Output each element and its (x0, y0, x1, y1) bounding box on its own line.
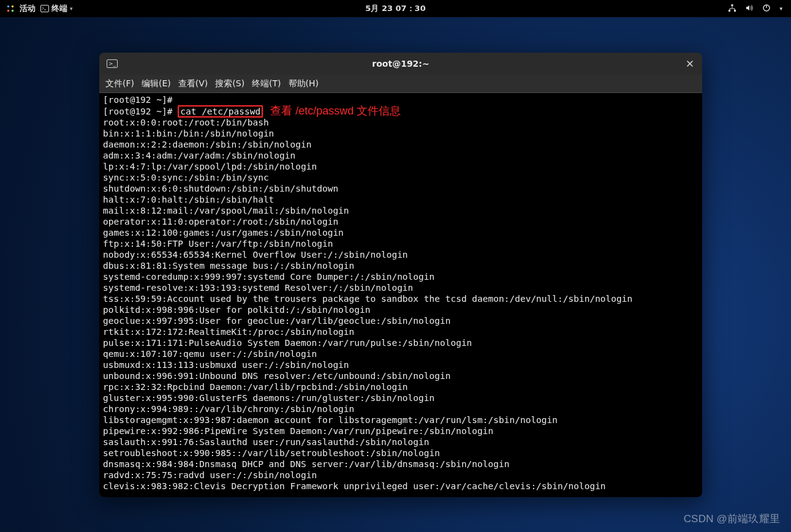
svg-rect-4 (41, 6, 49, 12)
terminal-output[interactable]: [root@192 ~]# [root@192 ~]# cat /etc/pas… (99, 93, 702, 495)
output-line: unbound:x:996:991:Unbound DNS resolver:/… (103, 371, 450, 381)
menu-edit[interactable]: 编辑(E) (142, 78, 171, 89)
output-line: shutdown:x:6:0:shutdown:/sbin:/sbin/shut… (103, 184, 338, 193)
window-titlebar[interactable]: >_ root@192:~ (99, 53, 702, 75)
output-line: bin:x:1:1:bin:/bin:/sbin/nologin (103, 129, 274, 138)
output-line: adm:x:3:4:adm:/var/adm:/sbin/nologin (103, 151, 295, 160)
output-line: clevis:x:983:982:Clevis Decryption Frame… (103, 481, 606, 491)
watermark-text: CSDN @前端玖耀里 (684, 512, 780, 526)
output-line: rtkit:x:172:172:RealtimeKit:/proc:/sbin/… (103, 327, 354, 337)
output-line: polkitd:x:998:996:User for polkitd:/:/sb… (103, 305, 371, 315)
chevron-down-icon: ▾ (70, 6, 73, 12)
volume-icon[interactable] (745, 4, 754, 14)
menu-terminal[interactable]: 终端(T) (252, 78, 281, 89)
terminal-menubar: 文件(F) 编辑(E) 查看(V) 搜索(S) 终端(T) 帮助(H) (99, 75, 702, 93)
output-line: gluster:x:995:990:GlusterFS daemons:/run… (103, 393, 434, 403)
svg-point-0 (7, 6, 10, 8)
terminal-app-icon (40, 5, 49, 12)
highlighted-command: cat /etc/passwd (178, 105, 263, 118)
output-line: lp:x:4:7:lp:/var/spool/lpd:/sbin/nologin (103, 162, 317, 171)
output-line: sync:x:5:0:sync:/sbin:/bin/sync (103, 173, 269, 182)
output-line: rpc:x:32:32:Rpcbind Daemon:/var/lib/rpcb… (103, 382, 408, 392)
chevron-down-icon[interactable]: ▾ (779, 6, 782, 12)
terminal-scroll-area[interactable]: [root@192 ~]# [root@192 ~]# cat /etc/pas… (99, 93, 702, 497)
terminal-body: [root@192 ~]# [root@192 ~]# cat /etc/pas… (99, 93, 702, 497)
output-line: setroubleshoot:x:990:985::/var/lib/setro… (103, 448, 440, 458)
annotation-text: 查看 /etc/passwd 文件信息 (270, 105, 401, 117)
menu-view[interactable]: 查看(V) (178, 78, 208, 89)
activities-icon[interactable] (6, 4, 15, 13)
output-line: ftp:x:14:50:FTP User:/var/ftp:/sbin/nolo… (103, 239, 333, 249)
svg-rect-6 (732, 4, 733, 6)
close-button[interactable] (684, 58, 696, 70)
menu-help[interactable]: 帮助(H) (289, 78, 319, 89)
command-line: [root@192 ~]# cat /etc/passwd查看 /etc/pas… (103, 107, 401, 116)
svg-rect-8 (734, 10, 736, 12)
menu-file[interactable]: 文件(F) (105, 78, 134, 89)
activities-button[interactable]: 活动 (20, 3, 36, 14)
output-line: dnsmasq:x:984:984:Dnsmasq DHCP and DNS s… (103, 459, 509, 469)
power-icon[interactable] (762, 4, 771, 14)
svg-rect-7 (729, 10, 730, 12)
clock[interactable]: 5月 23 07：30 (365, 3, 425, 14)
output-line: pulse:x:171:171:PulseAudio System Daemon… (103, 338, 472, 348)
output-line: systemd-resolve:x:193:193:systemd Resolv… (103, 283, 413, 293)
output-line: libstoragemgmt:x:993:987:daemon account … (103, 415, 558, 425)
output-line: nobody:x:65534:65534:Kernel Overflow Use… (103, 250, 408, 260)
output-line: geoclue:x:997:995:User for geoclue:/var/… (103, 316, 450, 326)
output-line: tss:x:59:59:Account used by the trousers… (103, 294, 632, 304)
output-line: usbmuxd:x:113:113:usbmuxd user:/:/sbin/n… (103, 360, 349, 370)
svg-point-1 (12, 6, 14, 8)
network-icon[interactable] (728, 4, 736, 14)
output-line: daemon:x:2:2:daemon:/sbin:/sbin/nologin (103, 140, 311, 149)
terminal-window-icon: >_ (107, 59, 118, 68)
output-line: pipewire:x:992:986:PipeWire System Daemo… (103, 426, 493, 436)
output-line: operator:x:11:0:operator:/root:/sbin/nol… (103, 217, 338, 227)
output-line: chrony:x:994:989::/var/lib/chrony:/sbin/… (103, 404, 354, 414)
output-line: dbus:x:81:81:System message bus:/:/sbin/… (103, 261, 354, 271)
menu-search[interactable]: 搜索(S) (215, 78, 244, 89)
svg-point-3 (12, 10, 14, 12)
output-line: qemu:x:107:107:qemu user:/:/sbin/nologin (103, 349, 317, 359)
output-line: games:x:12:100:games:/usr/games:/sbin/no… (103, 228, 344, 238)
terminal-window: >_ root@192:~ 文件(F) 编辑(E) 查看(V) 搜索(S) 终端… (99, 53, 702, 497)
output-line: radvd:x:75:75:radvd user:/:/sbin/nologin (103, 470, 317, 480)
gnome-top-bar: 活动 终端 ▾ 5月 23 07：30 ▾ (0, 0, 791, 17)
app-menu-label: 终端 (51, 3, 67, 14)
window-title: root@192:~ (372, 59, 429, 69)
output-line: root:x:0:0:root:/root:/bin/bash (103, 118, 269, 127)
output-line: mail:x:8:12:mail:/var/spool/mail:/sbin/n… (103, 206, 349, 215)
svg-point-2 (7, 10, 10, 12)
output-line: saslauth:x:991:76:Saslauthd user:/run/sa… (103, 437, 430, 447)
prompt-line: [root@192 ~]# (103, 95, 173, 105)
app-menu-button[interactable]: 终端 ▾ (40, 3, 73, 14)
output-line: halt:x:7:0:halt:/sbin:/sbin/halt (103, 195, 274, 204)
output-line: systemd-coredump:x:999:997:systemd Core … (103, 272, 434, 282)
